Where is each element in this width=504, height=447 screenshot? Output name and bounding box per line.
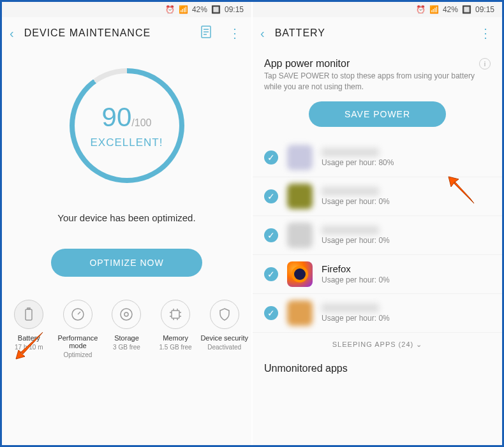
- app-icon: [287, 300, 313, 326]
- clock: 09:15: [225, 5, 244, 14]
- alarm-icon: ⏰: [165, 5, 175, 14]
- app-list: ✓ Usage per hour: 80% ✓ Usage per hour: …: [253, 138, 502, 333]
- status-bar: ⏰ 📶 42% 🔲 09:15: [2, 2, 251, 17]
- app-name: [322, 187, 379, 196]
- status-bar: ⏰ 📶 42% 🔲 09:15: [253, 2, 502, 17]
- tab-security[interactable]: Device security Deactivated: [200, 300, 249, 358]
- checkbox-checked-icon[interactable]: ✓: [264, 228, 278, 242]
- header: ‹ BATTERY ⋮: [253, 17, 502, 49]
- svg-rect-1: [26, 309, 32, 320]
- app-usage: Usage per hour: 0%: [322, 275, 491, 284]
- battery-pct: 42%: [192, 5, 207, 14]
- app-usage: Usage per hour: 0%: [322, 236, 491, 245]
- storage-icon: [112, 300, 141, 329]
- signal-icon: 📶: [179, 5, 188, 14]
- app-icon: [287, 223, 313, 248]
- score-label: EXCELLENT!: [91, 136, 163, 149]
- more-icon[interactable]: ⋮: [226, 26, 244, 41]
- tab-label: Memory: [151, 334, 200, 342]
- sleeping-apps-toggle[interactable]: SLEEPING APPS (24) ⌄: [253, 333, 502, 356]
- page-title: DEVICE MAINTENANCE: [24, 27, 186, 39]
- app-info: Firefox Usage per hour: 0%: [322, 263, 491, 284]
- unmonitored-apps-title: Unmonitored apps: [253, 356, 502, 376]
- app-row[interactable]: ✓ Usage per hour: 0%: [253, 294, 502, 333]
- gauge-icon: [63, 300, 93, 329]
- app-usage: Usage per hour: 80%: [322, 158, 491, 167]
- tab-performance[interactable]: Performance mode Optimized: [54, 300, 103, 358]
- sleeping-apps-label: SLEEPING APPS (24): [332, 341, 413, 348]
- tab-sublabel: 1.5 GB free: [151, 344, 200, 351]
- tab-label: Storage: [102, 334, 151, 342]
- screen-device-maintenance: ⏰ 📶 42% 🔲 09:15 ‹ DEVICE MAINTENANCE ⋮ 9…: [2, 2, 251, 445]
- app-row[interactable]: ✓ Usage per hour: 80%: [253, 138, 502, 177]
- more-icon[interactable]: ⋮: [477, 26, 494, 41]
- tab-label: Battery: [4, 334, 54, 342]
- score-value: 90/100: [102, 102, 152, 133]
- section-title: App power monitor i: [253, 49, 502, 71]
- svg-point-4: [121, 309, 132, 320]
- app-name: [322, 304, 379, 312]
- score-max: /100: [131, 117, 151, 128]
- score-gauge: 90/100 EXCELLENT!: [70, 68, 184, 183]
- battery-icon: 🔲: [462, 5, 471, 14]
- tab-label: Device security: [200, 334, 249, 342]
- svg-rect-6: [172, 311, 179, 318]
- battery-icon: [14, 300, 43, 329]
- clock: 09:15: [475, 5, 494, 14]
- app-usage: Usage per hour: 0%: [322, 314, 491, 323]
- app-name: [322, 226, 379, 235]
- info-icon[interactable]: i: [479, 58, 491, 70]
- tab-battery[interactable]: Battery 17 h 10 m: [4, 300, 54, 358]
- app-info: Usage per hour: 0%: [322, 226, 491, 245]
- tab-label: Performance mode: [54, 334, 103, 349]
- back-icon[interactable]: ‹: [10, 26, 14, 41]
- page-title: BATTERY: [275, 27, 466, 39]
- optimize-now-button[interactable]: OPTIMIZE NOW: [51, 249, 202, 277]
- back-icon[interactable]: ‹: [260, 26, 265, 41]
- battery-icon: 🔲: [211, 5, 221, 14]
- app-icon: [287, 145, 313, 170]
- checkbox-checked-icon[interactable]: ✓: [264, 267, 278, 281]
- chevron-down-icon: ⌄: [416, 341, 422, 348]
- header: ‹ DEVICE MAINTENANCE ⋮: [2, 17, 251, 49]
- app-row[interactable]: ✓ Usage per hour: 0%: [253, 216, 502, 255]
- app-row[interactable]: ✓ Usage per hour: 0%: [253, 177, 502, 216]
- app-info: Usage per hour: 0%: [322, 304, 491, 323]
- checkbox-checked-icon[interactable]: ✓: [264, 150, 278, 165]
- tab-storage[interactable]: Storage 3 GB free: [102, 300, 151, 358]
- battery-pct: 42%: [443, 5, 458, 14]
- svg-rect-2: [27, 308, 30, 309]
- section-subtitle: Tap SAVE POWER to stop these apps from u…: [253, 71, 502, 101]
- save-power-button[interactable]: SAVE POWER: [309, 101, 446, 127]
- app-info: Usage per hour: 80%: [322, 148, 491, 167]
- tab-sublabel: Deactivated: [200, 344, 249, 351]
- section-title-text: App power monitor: [264, 58, 350, 70]
- app-icon: [287, 184, 313, 209]
- svg-point-5: [124, 312, 128, 316]
- alarm-icon: ⏰: [416, 5, 426, 14]
- shield-icon: [210, 300, 239, 329]
- checkbox-checked-icon[interactable]: ✓: [264, 189, 278, 203]
- checkbox-checked-icon[interactable]: ✓: [264, 306, 278, 320]
- chip-icon: [161, 300, 190, 329]
- score-number: 90: [102, 102, 132, 132]
- screen-battery: ⏰ 📶 42% 🔲 09:15 ‹ BATTERY ⋮ App power mo…: [253, 2, 502, 445]
- app-name: [322, 148, 379, 157]
- app-icon: [287, 261, 313, 287]
- tab-sublabel: 3 GB free: [102, 344, 151, 351]
- bottom-tabs: Battery 17 h 10 m Performance mode Optim…: [2, 296, 251, 367]
- tab-sublabel: Optimized: [54, 351, 103, 358]
- app-usage: Usage per hour: 0%: [322, 197, 491, 206]
- gauge-container: 90/100 EXCELLENT!: [2, 49, 251, 189]
- app-info: Usage per hour: 0%: [322, 187, 491, 206]
- document-icon[interactable]: [196, 26, 216, 41]
- app-name: Firefox: [322, 263, 491, 274]
- signal-icon: 📶: [429, 5, 439, 14]
- app-row[interactable]: ✓ Firefox Usage per hour: 0%: [253, 255, 502, 294]
- tab-sublabel: 17 h 10 m: [4, 344, 54, 351]
- optimized-message: Your device has been optimized.: [2, 212, 251, 223]
- tab-memory[interactable]: Memory 1.5 GB free: [151, 300, 200, 358]
